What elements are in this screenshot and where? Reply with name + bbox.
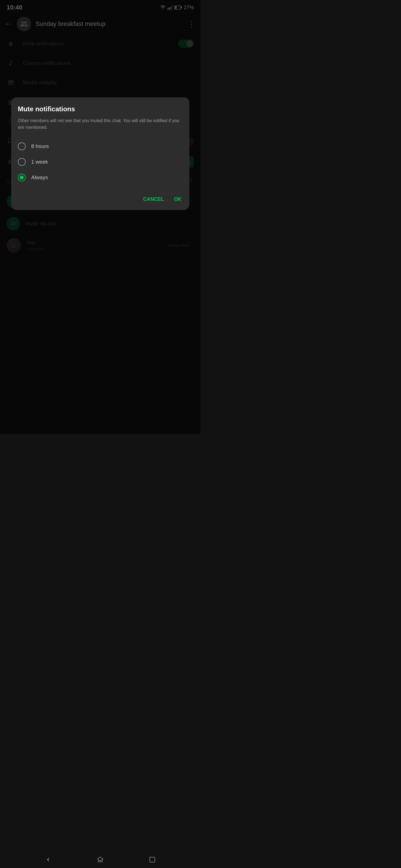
radio-circle-1week — [18, 158, 26, 166]
dialog-actions: Cancel OK — [18, 192, 183, 205]
dialog-overlay — [0, 0, 200, 434]
radio-label-8hours: 8 hours — [31, 143, 49, 149]
dialog-title: Mute notifications — [18, 105, 183, 113]
radio-always[interactable]: Always — [18, 170, 183, 185]
radio-inner-always — [20, 176, 24, 180]
radio-circle-always — [18, 174, 26, 181]
cancel-button[interactable]: Cancel — [142, 194, 165, 205]
ok-button[interactable]: OK — [173, 194, 183, 205]
radio-circle-8hours — [18, 143, 26, 150]
radio-1week[interactable]: 1 week — [18, 154, 183, 170]
mute-notifications-dialog: Mute notifications Other members will no… — [11, 97, 189, 210]
radio-8hours[interactable]: 8 hours — [18, 138, 183, 154]
radio-label-always: Always — [31, 175, 48, 181]
dialog-description: Other members will not see that you mute… — [18, 117, 183, 131]
radio-label-1week: 1 week — [31, 159, 48, 165]
